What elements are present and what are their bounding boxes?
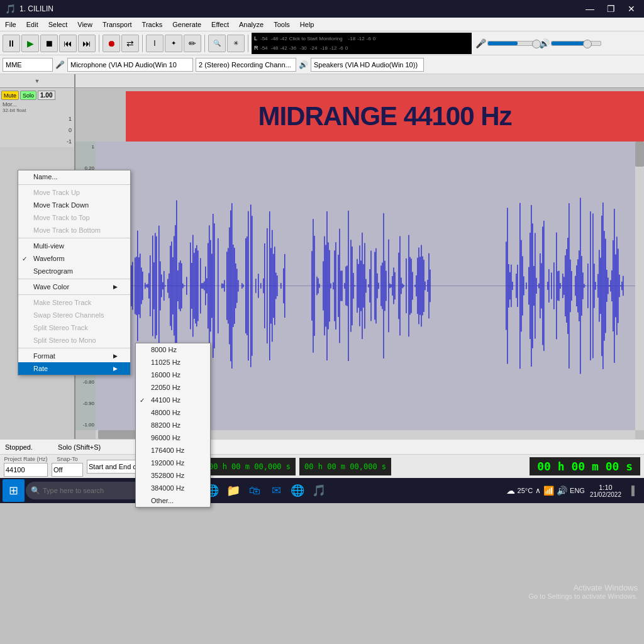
taskbar-folder[interactable]: 📁 [223, 480, 243, 501]
ctx-make-stereo[interactable]: Make Stereo Track [18, 296, 130, 309]
waveform-check: ✓ [22, 255, 27, 262]
taskbar-store[interactable]: 🛍 [245, 480, 265, 501]
rate-192000[interactable]: 192000 Hz [136, 457, 210, 469]
minimize-button[interactable]: — [582, 3, 598, 15]
ctx-name-label: Name... [33, 173, 58, 180]
ctx-move-top[interactable]: Move Track to Top [18, 211, 130, 224]
snap-to-select[interactable]: Off [52, 463, 83, 477]
end-time-display: 00 h 00 m 00,000 s [299, 458, 391, 475]
show-desktop[interactable]: ▐ [624, 480, 639, 501]
menu-transport[interactable]: Transport [97, 18, 137, 31]
envelope-tool[interactable]: ✦ [165, 35, 182, 52]
project-rate-label: Project Rate (Hz) [4, 456, 47, 462]
timeline-ruler: ▼ 0.0 1.0 2.0 3.0 4.0 5.0 6.0 [0, 74, 644, 88]
clock[interactable]: 1:10 21/02/2022 [590, 484, 621, 498]
rate-11025[interactable]: 11025 Hz [136, 356, 210, 369]
channels-select[interactable]: 2 (Stereo) Recording Chann... [196, 58, 296, 72]
rate-384000[interactable]: 384000 Hz [136, 482, 210, 494]
rate-96000[interactable]: 96000 Hz [136, 431, 210, 444]
close-button[interactable]: ✕ [624, 3, 639, 15]
ctx-spectrogram[interactable]: Spectrogram [18, 265, 130, 277]
clock-date: 21/02/2022 [590, 491, 621, 498]
ctx-move-down[interactable]: Move Track Down [18, 199, 130, 211]
menu-file[interactable]: File [0, 18, 21, 31]
ctx-move-up[interactable]: Move Track Up [18, 186, 130, 199]
ctx-waveform[interactable]: ✓ Waveform [18, 252, 130, 265]
window-title: 1. CILILIN [19, 4, 53, 13]
ctx-split-mono[interactable]: Split Stereo to Mono [18, 334, 130, 347]
mute-button[interactable]: Mute [1, 91, 19, 100]
menu-help[interactable]: Help [295, 18, 319, 31]
network-icon[interactable]: 📶 [543, 486, 554, 496]
host-select[interactable]: MME [3, 58, 53, 72]
menu-tracks[interactable]: Tracks [137, 18, 168, 31]
mic-small-icon: 🎤 [55, 60, 65, 69]
project-rate-select[interactable]: 44100 [4, 463, 48, 477]
skip-start-button[interactable]: ⏮ [59, 35, 77, 52]
pause-button[interactable]: ⏸ [3, 35, 20, 52]
y-label-0: 0 [69, 127, 72, 133]
menu-generate[interactable]: Generate [167, 18, 206, 31]
track-rate-label: 32-bit float [1, 108, 73, 113]
zoom-in-tool[interactable]: 🔍 [208, 35, 226, 52]
ctx-wave-color[interactable]: Wave Color ▶ [18, 280, 130, 293]
maximize-button[interactable]: ❐ [603, 3, 619, 15]
microphone-select[interactable]: Microphone (VIA HD Audio(Win 10 [67, 58, 193, 72]
rate-176400[interactable]: 176400 Hz [136, 444, 210, 457]
ctx-format-label: Format [33, 352, 55, 360]
expand-tray[interactable]: ∧ [535, 486, 541, 495]
ctx-split-stereo[interactable]: Split Stereo Track [18, 321, 130, 334]
rate-44100[interactable]: ✓ 44100 Hz [136, 394, 210, 406]
ctx-name[interactable]: Name... [18, 170, 130, 183]
ctx-move-bottom[interactable]: Move Track to Bottom [18, 224, 130, 236]
rate-88200[interactable]: 88200 Hz [136, 419, 210, 431]
menu-select[interactable]: Select [43, 18, 73, 31]
solo-button[interactable]: Solo [20, 91, 36, 100]
start-time: 00 h 00 m 00,000 s [209, 462, 291, 471]
menu-analyze[interactable]: Analyze [234, 18, 269, 31]
app-icon: 🎵 [5, 4, 16, 14]
stop-button[interactable]: ⏹ [40, 35, 58, 52]
ctx-rate[interactable]: Rate ▶ [18, 362, 130, 375]
skip-end-button[interactable]: ⏭ [78, 35, 96, 52]
taskbar-chrome[interactable]: 🌐 [287, 480, 308, 501]
taskbar-app2[interactable]: 🎵 [309, 480, 329, 501]
y-neg1: -1.00 [83, 422, 94, 428]
loop-button[interactable]: ⇄ [121, 35, 139, 52]
activate-watermark: Activate Windows Go to Settings to activ… [528, 583, 638, 600]
y-label-pos: 1 [69, 116, 72, 122]
context-menu: Name... Move Track Up Move Track Down Mo… [18, 170, 131, 375]
draw-tool[interactable]: ✏ [184, 35, 201, 52]
menu-view[interactable]: View [72, 18, 97, 31]
vertical-scrollbar[interactable] [635, 142, 644, 430]
menu-effect[interactable]: Effect [206, 18, 234, 31]
separator2 [142, 35, 143, 52]
ctx-format[interactable]: Format ▶ [18, 350, 130, 362]
ctx-multiview[interactable]: Multi-view [18, 240, 130, 252]
wave-color-arrow: ▶ [113, 284, 118, 290]
play-button[interactable]: ▶ [21, 35, 39, 52]
rate-48000[interactable]: 48000 Hz [136, 406, 210, 419]
rate-22050[interactable]: 22050 Hz [136, 381, 210, 394]
ctx-move-up-label: Move Track Up [33, 189, 80, 196]
bottom-controls-bar: Project Rate (Hz) 44100 Snap-To Off Star… [0, 454, 644, 478]
start-button[interactable]: ⊞ [3, 479, 25, 502]
rate-submenu: 8000 Hz 11025 Hz 16000 Hz 22050 Hz ✓ 441… [135, 343, 211, 508]
rate-352800[interactable]: 352800 Hz [136, 469, 210, 482]
multi-tool[interactable]: ✳ [227, 35, 245, 52]
rate-8000[interactable]: 8000 Hz [136, 343, 210, 356]
rate-16000[interactable]: 16000 Hz [136, 369, 210, 381]
menu-edit[interactable]: Edit [21, 18, 43, 31]
menu-tools[interactable]: Tools [269, 18, 295, 31]
volume-icon[interactable]: 🔊 [557, 486, 567, 496]
taskbar-mail[interactable]: ✉ [266, 480, 286, 501]
ctx-swap-stereo[interactable]: Swap Stereo Channels [18, 309, 130, 321]
speakers-select[interactable]: Speakers (VIA HD Audio(Win 10)) [311, 58, 424, 72]
select-tool[interactable]: I [146, 35, 164, 52]
search-input[interactable] [43, 487, 137, 494]
mic-icon[interactable]: 🎤 [475, 38, 486, 48]
status-left: Stopped. [5, 443, 33, 451]
cloud-icon[interactable]: ☁ [506, 486, 515, 496]
record-button[interactable]: ⏺ [103, 35, 120, 52]
rate-other[interactable]: Other... [136, 494, 210, 507]
